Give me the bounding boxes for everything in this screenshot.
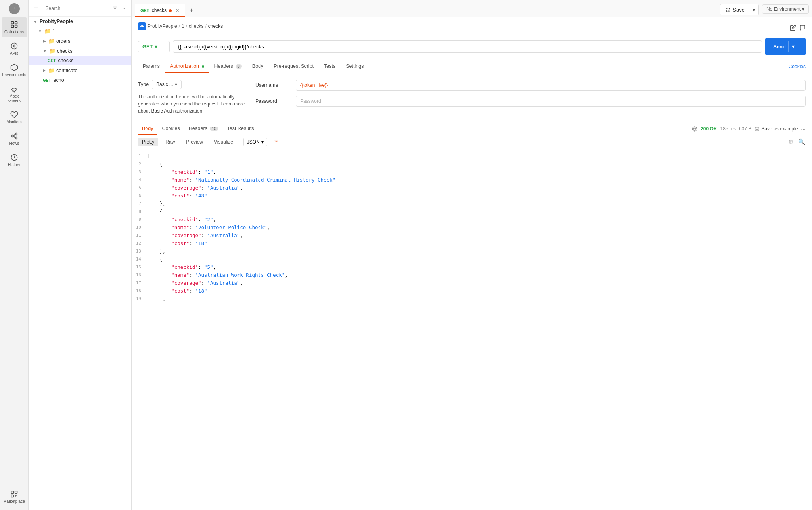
save-button[interactable]: Save <box>720 4 749 15</box>
svg-point-8 <box>11 135 13 137</box>
search-icon[interactable]: 🔍 <box>798 138 806 146</box>
resp-tab-headers[interactable]: Headers 10 <box>185 123 222 135</box>
tree-folder-1[interactable]: ▼ 📁 1 <box>29 26 131 36</box>
resp-tab-test-results[interactable]: Test Results <box>223 123 258 135</box>
request-label: checks <box>58 58 74 63</box>
auth-type-value: Basic ... <box>156 82 173 87</box>
chevron-down-icon: ▼ <box>43 49 47 53</box>
flows-icon <box>10 132 18 140</box>
auth-type-selector[interactable]: Basic ... ▾ <box>152 80 182 89</box>
tab-tests[interactable]: Tests <box>319 60 340 73</box>
add-tab-button[interactable]: + <box>185 4 198 17</box>
tab-pre-request-script[interactable]: Pre-request Script <box>269 60 318 73</box>
svg-line-11 <box>13 134 15 136</box>
url-bar: GET ▾ Send ▾ <box>138 38 806 55</box>
sidebar-item-apis[interactable]: APIs <box>2 39 27 59</box>
tree-folder-orders[interactable]: ▶ 📁 orders <box>29 36 131 46</box>
svg-line-12 <box>13 136 15 138</box>
method-selector[interactable]: GET ▾ <box>138 41 170 52</box>
sidebar-item-collections[interactable]: Collections <box>2 17 27 37</box>
format-tab-visualize[interactable]: Visualize <box>210 138 237 146</box>
edit-button[interactable] <box>790 25 796 32</box>
save-label: Save <box>733 7 745 13</box>
basic-auth-link[interactable]: Basic Auth <box>151 108 174 114</box>
url-input[interactable] <box>173 40 762 53</box>
username-label: Username <box>255 82 291 88</box>
format-tab-raw[interactable]: Raw <box>161 138 179 146</box>
svg-rect-15 <box>15 491 17 494</box>
sidebar-item-label: Environments <box>2 73 26 77</box>
tab-label: Body <box>142 126 153 131</box>
format-value: JSON <box>247 139 260 145</box>
environment-selector[interactable]: No Environment ▾ <box>762 4 809 14</box>
headers-count-badge: 10 <box>210 127 218 131</box>
tree-request-get-echo[interactable]: GET echo <box>29 75 131 85</box>
sidebar-item-label: History <box>8 163 20 167</box>
folder-icon: 📁 <box>48 67 55 73</box>
method-badge: GET <box>43 78 51 82</box>
format-selector[interactable]: JSON ▾ <box>243 138 267 146</box>
resp-tab-body[interactable]: Body <box>138 123 157 135</box>
user-avatar[interactable]: P <box>9 3 20 14</box>
save-as-example-button[interactable]: Save as example <box>755 126 798 132</box>
save-icon <box>725 7 730 12</box>
tab-label: Params <box>143 63 160 69</box>
tab-checks[interactable]: GET checks ✕ <box>135 4 185 17</box>
tree-folder-checks[interactable]: ▼ 📁 checks <box>29 46 131 56</box>
username-input[interactable] <box>296 80 806 91</box>
auth-left: Type Basic ... ▾ The authorization heade… <box>138 80 249 115</box>
resp-tab-cookies[interactable]: Cookies <box>158 123 184 135</box>
sidebar-item-history[interactable]: History <box>2 150 27 170</box>
breadcrumb-part: checks <box>189 23 203 29</box>
tab-label: Cookies <box>162 126 180 131</box>
tab-label: Settings <box>346 63 364 69</box>
sidebar-item-label: Marketplace <box>3 499 25 504</box>
collections-search-input[interactable] <box>42 4 108 13</box>
svg-point-9 <box>15 133 17 135</box>
send-button[interactable]: Send ▾ <box>765 38 806 55</box>
sidebar-item-mock-servers[interactable]: Mock servers <box>2 82 27 106</box>
sidebar-item-environments[interactable]: Environments <box>2 60 27 80</box>
add-collection-button[interactable]: + <box>33 3 39 13</box>
format-label: Visualize <box>214 139 233 145</box>
history-icon <box>10 153 18 161</box>
svg-rect-14 <box>11 491 13 494</box>
response-more-icon[interactable]: ··· <box>801 126 806 132</box>
send-dropdown-icon[interactable]: ▾ <box>788 41 798 52</box>
sidebar-item-marketplace[interactable]: Marketplace <box>2 487 27 507</box>
copy-icon[interactable]: ⧉ <box>789 138 793 146</box>
response-meta: 200 OK 185 ms 607 B Save as example ··· <box>692 126 806 132</box>
tab-headers[interactable]: Headers 8 <box>210 60 247 73</box>
password-input[interactable] <box>296 96 806 107</box>
sidebar-item-flows[interactable]: Flows <box>2 129 27 149</box>
chevron-down-icon: ▼ <box>38 29 42 33</box>
code-line: 9 "checkid": "2", <box>132 216 812 224</box>
filter-response-button[interactable] <box>274 139 279 146</box>
save-dropdown-button[interactable]: ▾ <box>749 4 758 15</box>
cookies-link[interactable]: Cookies <box>789 64 806 69</box>
response-actions: ⧉ 🔍 <box>789 138 806 146</box>
breadcrumb-workspace-icon: PP <box>138 22 146 30</box>
tab-body[interactable]: Body <box>247 60 268 73</box>
tab-params[interactable]: Params <box>138 60 165 73</box>
svg-point-10 <box>15 137 17 139</box>
tree-workspace[interactable]: ▼ ProbityPeople <box>29 17 131 26</box>
tree-request-get-checks[interactable]: GET checks <box>29 56 131 65</box>
sidebar-item-monitors[interactable]: Monitors <box>2 107 27 127</box>
tree-folder-certificate[interactable]: ▶ 📁 certificate <box>29 65 131 75</box>
svg-rect-1 <box>15 22 17 24</box>
svg-point-4 <box>11 43 17 49</box>
close-tab-button[interactable]: ✕ <box>176 8 179 13</box>
format-tab-pretty[interactable]: Pretty <box>138 138 158 146</box>
filter-icon[interactable] <box>111 5 119 12</box>
comment-button[interactable] <box>799 25 806 32</box>
format-label: Preview <box>186 139 203 145</box>
type-label: Type <box>138 82 149 87</box>
tab-authorization[interactable]: Authorization <box>165 60 209 73</box>
collections-more-icon[interactable]: ··· <box>122 4 128 12</box>
format-tab-preview[interactable]: Preview <box>182 138 207 146</box>
code-line: 17 "coverage": "Australia", <box>132 279 812 287</box>
breadcrumb-current: checks <box>208 23 223 29</box>
tab-method: GET <box>140 8 149 13</box>
tab-settings[interactable]: Settings <box>341 60 368 73</box>
